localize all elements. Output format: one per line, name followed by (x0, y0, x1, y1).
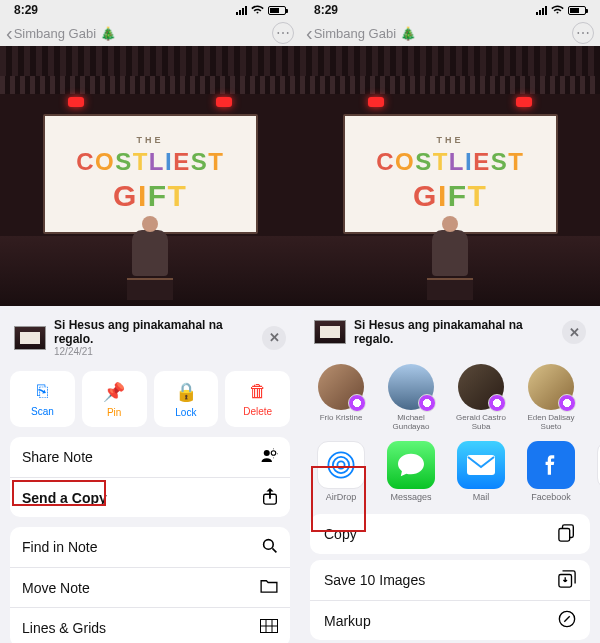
contact-name: Michael Gundayao (382, 413, 440, 431)
menu-group-2: Find in Note Move Note Lines & Grids (10, 527, 290, 643)
nav-bar: ‹ Simbang Gabi 🎄 ⋯ (300, 20, 600, 46)
svg-point-5 (337, 461, 344, 468)
chevron-left-icon: ‹ (306, 23, 313, 43)
hero-line2: GIFT (113, 179, 187, 213)
svg-point-1 (271, 450, 276, 455)
delete-label: Delete (243, 406, 272, 417)
more-button[interactable]: ⋯ (272, 22, 294, 44)
folder-icon (260, 579, 278, 596)
sheet-header: Si Hesus ang pinakamahal na regalo. ✕ (310, 308, 590, 356)
save-images-action[interactable]: Save 10 Images (310, 560, 590, 600)
find-label: Find in Note (22, 539, 97, 555)
status-indicators (236, 5, 286, 15)
lock-button[interactable]: 🔒 Lock (154, 371, 219, 427)
pin-button[interactable]: 📌 Pin (82, 371, 147, 427)
status-bar: 8:29 (300, 0, 600, 20)
back-button[interactable]: ‹ Simbang Gabi 🎄 (6, 23, 116, 43)
back-label: Simbang Gabi 🎄 (14, 26, 116, 41)
hero-eyebrow: THE (137, 135, 164, 145)
share-icon (262, 487, 278, 508)
close-button[interactable]: ✕ (262, 326, 286, 350)
facebook-icon (527, 441, 575, 489)
avatar (528, 364, 574, 410)
copy-label: Copy (324, 526, 357, 542)
status-indicators (536, 5, 586, 15)
pin-icon: 📌 (103, 381, 125, 403)
lock-label: Lock (175, 407, 196, 418)
share-note-item[interactable]: Share Note (10, 437, 290, 477)
move-label: Move Note (22, 580, 90, 596)
nav-bar: ‹ Simbang Gabi 🎄 ⋯ (0, 20, 300, 46)
svg-point-6 (333, 457, 349, 473)
close-icon: ✕ (569, 325, 580, 340)
collaborate-icon (260, 447, 278, 468)
airdrop-app[interactable]: AirDrop (312, 441, 370, 502)
mail-icon (457, 441, 505, 489)
people-row: Frio Kristine Michael Gundayao Gerald Ca… (310, 356, 590, 435)
sheet-header: Si Hesus ang pinakamahal na regalo. 12/2… (10, 308, 290, 367)
wifi-icon (551, 5, 564, 15)
sheet-subtitle: 12/24/21 (54, 346, 254, 357)
wifi-icon (251, 5, 264, 15)
svg-rect-8 (467, 455, 495, 475)
markup-icon (558, 610, 576, 631)
ellipsis-icon: ⋯ (276, 25, 290, 41)
note-thumbnail (314, 320, 346, 344)
signal-icon (236, 6, 247, 15)
share-sheet: Si Hesus ang pinakamahal na regalo. ✕ Fr… (300, 308, 600, 643)
status-time: 8:29 (314, 3, 338, 17)
share-contact[interactable]: Michael Gundayao (382, 364, 440, 431)
screen-right: 8:29 ‹ Simbang Gabi 🎄 ⋯ THE COSTLIEST GI… (300, 0, 600, 643)
menu-group-1: Share Note Send a Copy (10, 437, 290, 517)
airdrop-label: AirDrop (326, 492, 357, 502)
copy-action[interactable]: Copy (310, 514, 590, 554)
hero-line1: COSTLIEST (76, 148, 224, 176)
lines-grids-item[interactable]: Lines & Grids (10, 607, 290, 643)
more-app[interactable] (592, 441, 600, 502)
send-copy-label: Send a Copy (22, 490, 107, 506)
mail-app[interactable]: Mail (452, 441, 510, 502)
battery-icon (268, 6, 286, 15)
action-group-1: Copy (310, 514, 590, 554)
close-icon: ✕ (269, 330, 280, 345)
airdrop-icon (317, 441, 365, 489)
share-contact[interactable]: Frio Kristine (312, 364, 370, 431)
back-label: Simbang Gabi 🎄 (314, 26, 416, 41)
back-button[interactable]: ‹ Simbang Gabi 🎄 (306, 23, 416, 43)
messages-app[interactable]: Messages (382, 441, 440, 502)
chevron-left-icon: ‹ (6, 23, 13, 43)
hero-line1: COSTLIEST (376, 148, 524, 176)
note-thumbnail (14, 326, 46, 350)
note-hero-image: THE COSTLIEST GIFT (300, 46, 600, 306)
more-button[interactable]: ⋯ (572, 22, 594, 44)
sheet-title: Si Hesus ang pinakamahal na regalo. (54, 318, 254, 346)
share-contact[interactable]: Eden Dalisay Sueto (522, 364, 580, 431)
messages-label: Messages (390, 492, 431, 502)
svg-point-3 (264, 539, 274, 549)
markup-action[interactable]: Markup (310, 600, 590, 640)
mail-label: Mail (473, 492, 490, 502)
delete-button[interactable]: 🗑 Delete (225, 371, 290, 427)
pin-label: Pin (107, 407, 121, 418)
share-contact[interactable]: Gerald Castro Suba (452, 364, 510, 431)
hero-eyebrow: THE (437, 135, 464, 145)
facebook-app[interactable]: Facebook (522, 441, 580, 502)
action-sheet: Si Hesus ang pinakamahal na regalo. 12/2… (0, 308, 300, 643)
screen-left: 8:29 ‹ Simbang Gabi 🎄 ⋯ THE COSTLIEST GI… (0, 0, 300, 643)
ellipsis-icon: ⋯ (576, 25, 590, 41)
save-images-label: Save 10 Images (324, 572, 425, 588)
status-bar: 8:29 (0, 0, 300, 20)
avatar (458, 364, 504, 410)
lock-icon: 🔒 (175, 381, 197, 403)
find-in-note-item[interactable]: Find in Note (10, 527, 290, 567)
move-note-item[interactable]: Move Note (10, 567, 290, 607)
contact-name: Frio Kristine (320, 413, 363, 431)
trash-icon: 🗑 (249, 381, 267, 402)
svg-rect-12 (559, 528, 570, 541)
scan-button[interactable]: ⎘ Scan (10, 371, 75, 427)
close-button[interactable]: ✕ (562, 320, 586, 344)
action-group-2: Save 10 Images Markup (310, 560, 590, 640)
send-copy-item[interactable]: Send a Copy (10, 477, 290, 517)
hero-line2: GIFT (413, 179, 487, 213)
scan-label: Scan (31, 406, 54, 417)
